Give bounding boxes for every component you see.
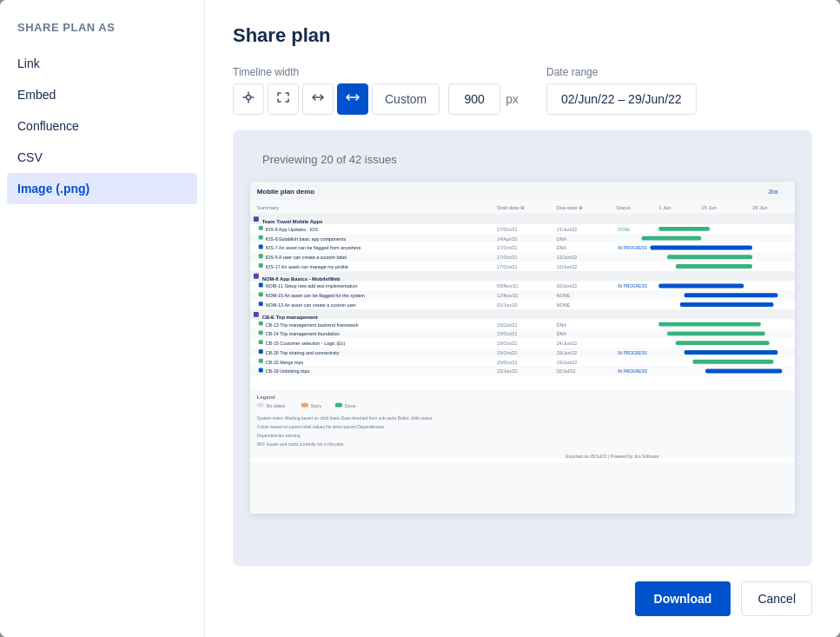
svg-rect-21 — [658, 227, 710, 231]
svg-text:IOS-7  An asset can be flagged: IOS-7 An asset can be flagged from anywh… — [266, 245, 361, 250]
gantt-chart-svg: Mobile plan demo Jira Summary Start date… — [250, 182, 795, 514]
svg-text:IOS-17  An asset can manage my: IOS-17 An asset can manage my profile — [266, 264, 348, 269]
svg-text:15/Oct/21: 15/Oct/21 — [497, 322, 517, 328]
svg-rect-96 — [685, 350, 778, 355]
svg-rect-59 — [259, 292, 263, 296]
svg-text:CB-E  Top management: CB-E Top management — [262, 315, 318, 320]
custom-label-btn[interactable]: Custom — [372, 83, 440, 115]
svg-rect-71 — [254, 312, 259, 317]
svg-text:IN PROGRESS: IN PROGRESS — [618, 284, 648, 289]
svg-text:NFF  Issues and cards currentl: NFF Issues and cards currently not in th… — [257, 442, 344, 447]
custom-width-btn[interactable] — [337, 83, 368, 115]
sidebar-item-link[interactable]: Link — [0, 48, 204, 79]
shrink-btn[interactable] — [233, 83, 264, 115]
sidebar-heading: Share plan as — [0, 21, 204, 48]
custom-width-icon — [346, 90, 360, 108]
svg-text:NONE: NONE — [557, 302, 571, 308]
svg-rect-41 — [667, 255, 752, 259]
svg-text:IN PROGRESS: IN PROGRESS — [618, 246, 648, 250]
svg-text:29 Jun: 29 Jun — [752, 205, 768, 210]
svg-text:DNA: DNA — [557, 331, 567, 336]
svg-rect-63 — [685, 293, 778, 297]
svg-text:Team Travel Mobile Apps: Team Travel Mobile Apps — [262, 219, 323, 224]
svg-text:IOS-5  A user can create a cus: IOS-5 A user can create a custom label — [266, 255, 347, 260]
preview-label: Previewing 20 of 42 issues — [250, 148, 409, 171]
timeline-width-label: Timeline width — [233, 66, 519, 78]
svg-text:CB-13  Trip management backend: CB-13 Trip management backend framework — [266, 322, 359, 328]
svg-text:DONE: DONE — [618, 228, 631, 232]
svg-text:NOM-15  An asset can be flagge: NOM-15 An asset can be flagged for the s… — [266, 293, 366, 298]
svg-rect-30 — [259, 244, 263, 249]
svg-rect-105 — [259, 368, 263, 373]
preview-area: Previewing 20 of 42 issues Mobile plan d… — [233, 130, 812, 566]
svg-text:02/Jun/22: 02/Jun/22 — [557, 283, 578, 289]
width-input[interactable] — [448, 83, 500, 115]
svg-text:12/Jun/22: 12/Jun/22 — [557, 255, 578, 260]
svg-text:15/Oct/21: 15/Oct/21 — [497, 360, 517, 365]
svg-text:19/Jun/22: 19/Jun/22 — [557, 360, 578, 365]
svg-text:17/Oct/21: 17/Oct/21 — [497, 245, 517, 250]
svg-text:NOM-11  Setup new add test imp: NOM-11 Setup new add test implementation — [266, 283, 358, 289]
svg-rect-90 — [676, 341, 770, 345]
svg-rect-56 — [658, 284, 744, 289]
svg-rect-117 — [335, 403, 342, 408]
svg-text:Status: Status — [616, 205, 631, 210]
svg-rect-28 — [642, 236, 702, 241]
sidebar-item-csv[interactable]: CSV — [0, 142, 204, 173]
timeline-width-group: Timeline width — [233, 66, 519, 115]
svg-text:CB-19  Unlinking trips: CB-19 Unlinking trips — [266, 368, 310, 374]
svg-rect-99 — [259, 359, 263, 363]
main-content: Share plan Timeline width — [205, 0, 840, 637]
fit-btn[interactable] — [268, 83, 299, 115]
svg-text:03/Nov/21: 03/Nov/21 — [497, 283, 519, 289]
svg-text:NOM-13  An asset can create a : NOM-13 An asset can create a custom user — [266, 302, 356, 308]
svg-rect-47 — [676, 264, 752, 269]
download-button[interactable]: Download — [635, 581, 731, 616]
svg-rect-78 — [658, 322, 761, 327]
modal-overlay: Share plan as Link Embed Confluence CSV … — [0, 0, 840, 637]
svg-text:22/Jun/22: 22/Jun/22 — [497, 368, 518, 374]
svg-rect-80 — [259, 330, 263, 335]
svg-text:17/Oct/21: 17/Oct/21 — [497, 255, 517, 260]
sidebar-item-embed[interactable]: Embed — [0, 79, 204, 110]
svg-text:IN PROGRESS: IN PROGRESS — [618, 351, 648, 355]
svg-text:Story: Story — [311, 403, 322, 408]
svg-text:01/Jun/22: 01/Jun/22 — [497, 302, 518, 308]
svg-rect-109 — [705, 369, 782, 374]
sidebar-item-image-png[interactable]: Image (.png) — [7, 173, 197, 204]
svg-text:Legend: Legend — [257, 395, 275, 400]
svg-rect-34 — [650, 245, 752, 249]
svg-text:Jira: Jira — [768, 189, 777, 195]
date-range-btn[interactable]: 02/Jun/22 – 29/Jun/22 — [546, 83, 697, 115]
timeline-controls: Custom px — [233, 83, 519, 115]
svg-text:NOM-8  App Basics - Mobile/Web: NOM-8 App Basics - Mobile/Web — [262, 276, 341, 282]
svg-text:12/Jun/22: 12/Jun/22 — [557, 264, 578, 269]
modal-footer: Download Cancel — [233, 566, 812, 616]
svg-rect-92 — [259, 349, 263, 354]
svg-point-0 — [247, 96, 251, 100]
px-input-group: px — [448, 83, 519, 115]
svg-rect-13 — [250, 214, 795, 224]
svg-rect-115 — [301, 403, 308, 408]
svg-text:15 Jun: 15 Jun — [701, 205, 717, 210]
date-range-group: Date range 02/Jun/22 – 29/Jun/22 — [546, 66, 697, 115]
px-unit-label: px — [506, 92, 519, 106]
svg-rect-49 — [254, 274, 259, 279]
svg-text:29/Jun/22: 29/Jun/22 — [557, 350, 578, 355]
preview-image: Mobile plan demo Jira Summary Start date… — [250, 182, 795, 514]
svg-text:15/Oct/21: 15/Oct/21 — [497, 350, 517, 355]
svg-text:CB-14  Trip management foundat: CB-14 Trip management foundation — [266, 331, 340, 336]
cancel-button[interactable]: Cancel — [741, 581, 812, 616]
svg-rect-70 — [250, 309, 795, 320]
svg-text:NONE: NONE — [557, 293, 571, 298]
svg-rect-52 — [259, 283, 263, 288]
svg-rect-1 — [250, 182, 795, 201]
svg-text:DNA: DNA — [557, 245, 567, 250]
expand-btn[interactable] — [302, 83, 334, 115]
sidebar-item-confluence[interactable]: Confluence — [0, 110, 204, 142]
svg-text:Summary: Summary — [257, 205, 279, 210]
svg-text:DNA: DNA — [557, 236, 567, 242]
svg-text:11/Jun/22: 11/Jun/22 — [557, 227, 578, 232]
svg-rect-16 — [250, 224, 795, 234]
svg-text:17/Oct/21: 17/Oct/21 — [497, 264, 517, 269]
